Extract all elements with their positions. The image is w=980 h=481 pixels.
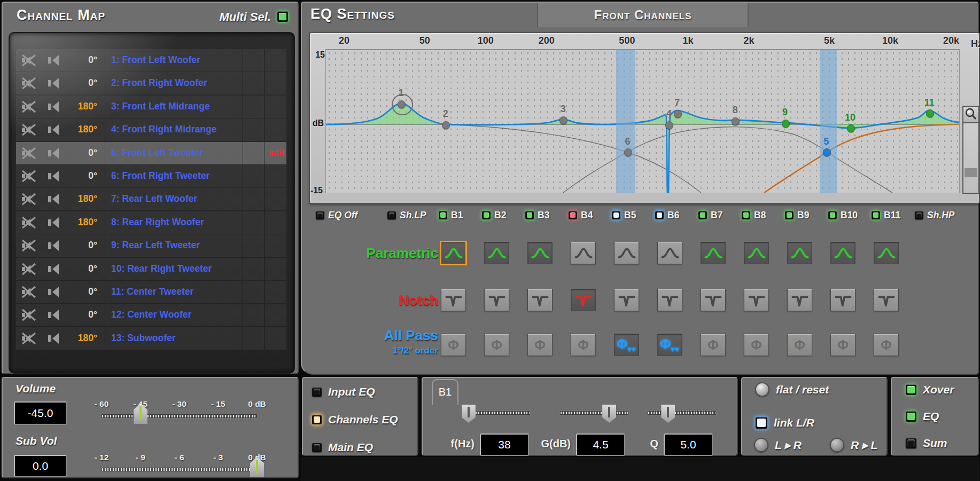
speaker-icon[interactable] [46,99,62,114]
speaker-icon[interactable] [46,307,62,322]
speaker-icon-slot[interactable] [46,215,65,230]
channel-row[interactable]: 0°6: Front Right Tweeter [16,165,286,187]
channel-name[interactable]: 12: Center Woofer [111,309,191,320]
phase-value[interactable]: 180° [65,193,97,204]
channel-row[interactable]: 180°4: Front Right Midrange [16,119,286,141]
channel-name[interactable]: 10: Rear Right Tweeter [111,263,212,274]
eq-point-5[interactable] [823,148,831,156]
speaker-icon-slot[interactable] [46,146,65,161]
parametric-btn-b7[interactable] [701,242,726,264]
allpass-btn-b7[interactable]: Φ [701,334,726,356]
toggle-checkbox[interactable] [906,438,916,448]
allpass-btn-b9[interactable]: Φ [787,334,812,356]
speaker-icon-slot[interactable] [46,99,65,114]
mute-icon-slot[interactable] [20,122,40,137]
parametric-btn-b1[interactable] [441,242,466,264]
scope-input-eq[interactable]: Input EQ [312,385,375,398]
phase-value[interactable]: 0° [65,54,97,66]
speaker-icon-slot[interactable] [46,192,65,207]
eq-point-7[interactable] [674,110,682,118]
band-b5-checkbox[interactable] [612,211,620,219]
speaker-icon-slot[interactable] [46,53,65,68]
speaker-icon[interactable] [46,146,62,161]
toggle-eq[interactable]: EQ [906,410,939,423]
mute-icon-slot[interactable] [20,76,40,91]
allpass-btn-b6[interactable]: Φ▾▾ [657,334,682,356]
f(Hz)-slider-handle[interactable] [462,405,476,423]
G(dB)-display[interactable]: 4.5 [576,433,625,456]
band-b8-checkbox[interactable] [742,211,750,219]
phase-value[interactable]: 180° [65,217,97,228]
allpass-btn-b11[interactable]: Φ [874,334,899,356]
parametric-btn-b8[interactable] [744,242,769,264]
mute-icon-slot[interactable] [20,262,40,277]
channel-name[interactable]: 11: Center Tweeter [111,286,193,297]
mute-icon[interactable] [20,122,40,137]
parametric-btn-b11[interactable] [874,242,899,264]
zoom-scrollbar-thumb[interactable] [965,168,977,177]
scope-checkbox[interactable] [312,415,322,424]
speaker-icon[interactable] [46,53,62,68]
Q-display[interactable]: 5.0 [664,433,713,456]
channel-name[interactable]: 7: Rear Left Woofer [111,193,197,204]
channel-name[interactable]: 5: Front Left Tweeter [111,147,203,159]
toggle-checkbox[interactable] [906,411,916,422]
G(dB)-slider-track[interactable] [560,411,628,415]
channel-row[interactable]: 180°7: Rear Left Woofer [16,188,286,210]
toggle-checkbox[interactable] [906,384,916,395]
mute-icon-slot[interactable] [20,146,40,161]
band-b2-checkbox[interactable] [482,211,491,219]
scope-checkbox[interactable] [312,387,322,397]
band-b3-checkbox[interactable] [525,211,534,219]
band-b4-checkbox[interactable] [569,211,577,219]
notch-btn-b11[interactable] [874,289,899,311]
mute-icon[interactable] [20,331,40,346]
allpass-btn-b10[interactable]: Φ [830,334,855,356]
parametric-btn-b9[interactable] [787,242,812,264]
notch-btn-b9[interactable] [787,289,812,311]
toggle-xover[interactable]: Xover [906,383,954,396]
parametric-btn-b5[interactable] [614,242,639,264]
phase-value[interactable]: 0° [65,240,97,251]
speaker-icon[interactable] [46,192,62,207]
phase-value[interactable]: 0° [65,263,97,274]
notch-btn-b10[interactable] [830,289,855,311]
speaker-icon-slot[interactable] [46,169,65,184]
volume-slider-track[interactable] [102,414,257,418]
channel-row[interactable]: 180°3: Front Left Midrange [16,96,286,118]
eq-point-9[interactable] [782,120,790,128]
speaker-icon[interactable] [46,331,62,346]
notch-btn-b8[interactable] [744,289,769,311]
mute-icon[interactable] [20,238,40,253]
speaker-icon[interactable] [46,215,62,230]
channel-row[interactable]: 0°2: Front Right Woofer [16,72,286,94]
shelf-hp-checkbox[interactable] [915,211,923,219]
volume-display[interactable]: -45.0 [14,401,67,425]
channel-name[interactable]: 9: Rear Left Tweeter [111,240,200,251]
notch-btn-b3[interactable] [527,289,553,311]
scope-checkbox[interactable] [312,443,322,452]
shelf-lp-checkbox[interactable] [387,211,396,219]
band-b9-checkbox[interactable] [785,211,794,219]
band-b1-checkbox[interactable] [439,211,447,219]
zoom-scrollbar-track[interactable] [962,123,979,194]
channel-row[interactable]: 0°1: Front Left Woofer [16,49,286,72]
notch-btn-b6[interactable] [657,289,682,311]
channel-name[interactable]: 1: Front Left Woofer [111,54,200,66]
mute-icon[interactable] [20,192,40,207]
eq-point-1[interactable] [398,100,406,108]
eq-point-4[interactable] [665,121,673,129]
mute-icon-slot[interactable] [20,169,40,184]
mute-icon[interactable] [20,76,40,91]
mute-icon-slot[interactable] [20,192,40,207]
speaker-icon-slot[interactable] [46,262,65,277]
multi-sel-checkbox[interactable] [277,11,288,22]
allpass-btn-b5[interactable]: Φ▾▾ [614,334,639,356]
phase-value[interactable]: 0° [65,147,97,159]
phase-value[interactable]: 180° [65,101,97,112]
notch-btn-b7[interactable] [701,289,726,311]
Q-slider-track[interactable] [648,411,716,415]
allpass-btn-b1[interactable]: Φ [441,334,466,356]
mute-icon[interactable] [20,169,40,184]
eq-point-6[interactable] [624,148,632,156]
